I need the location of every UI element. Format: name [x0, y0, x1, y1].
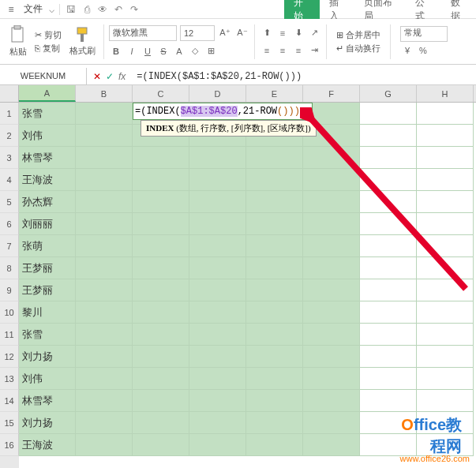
cell[interactable]: 林雪琴 [19, 390, 76, 412]
paste-icon[interactable] [9, 25, 27, 44]
cell[interactable] [76, 147, 133, 169]
align-middle-icon[interactable]: ≡ [275, 26, 290, 40]
cell[interactable] [246, 191, 303, 213]
cell[interactable] [417, 368, 474, 390]
row-header[interactable]: 16 [0, 434, 19, 456]
cell[interactable]: 刘伟 [19, 368, 76, 390]
fx-icon[interactable]: fx [118, 71, 126, 82]
cell[interactable]: 王梦丽 [19, 257, 76, 279]
bold-button[interactable]: B [109, 44, 123, 58]
cell[interactable]: 王海波 [19, 434, 76, 456]
cell[interactable] [189, 279, 246, 301]
cell[interactable]: 张雪 [19, 103, 76, 125]
cell[interactable] [360, 390, 417, 412]
cell[interactable] [360, 301, 417, 324]
row-header[interactable]: 8 [0, 257, 19, 279]
decrease-font-icon[interactable]: A⁻ [235, 26, 249, 40]
cell[interactable] [246, 346, 303, 368]
number-format-select[interactable]: 常规 [400, 26, 448, 42]
font-color-button[interactable]: A [172, 44, 186, 58]
cell[interactable] [303, 390, 360, 412]
underline-button[interactable]: U [141, 44, 155, 58]
row-header[interactable]: 10 [0, 301, 19, 324]
cell[interactable]: 刘力扬 [19, 412, 76, 434]
cell[interactable] [246, 301, 303, 324]
cell[interactable] [76, 279, 133, 301]
cell[interactable] [360, 368, 417, 390]
cell[interactable] [133, 390, 189, 412]
cell[interactable] [246, 434, 303, 456]
cell[interactable]: 孙杰辉 [19, 191, 76, 213]
cell[interactable] [76, 346, 133, 368]
row-header[interactable]: 13 [0, 368, 19, 390]
row-header[interactable]: 15 [0, 412, 19, 434]
select-all-corner[interactable] [0, 85, 19, 103]
col-header-D[interactable]: D [189, 85, 246, 102]
cell[interactable] [133, 169, 189, 191]
cell[interactable] [417, 324, 474, 346]
cell[interactable]: 王海波 [19, 169, 76, 191]
cell[interactable] [133, 324, 189, 346]
cell[interactable] [76, 213, 133, 235]
font-size-select[interactable]: 12 [180, 25, 215, 41]
cell[interactable] [189, 191, 246, 213]
col-header-A[interactable]: A [19, 85, 76, 102]
align-center-icon[interactable]: ≡ [275, 43, 290, 58]
col-header-G[interactable]: G [360, 85, 417, 102]
col-header-F[interactable]: F [303, 85, 360, 102]
row-header[interactable]: 11 [0, 324, 19, 346]
cell[interactable] [133, 191, 189, 213]
cell[interactable] [417, 346, 474, 368]
cell[interactable] [189, 346, 246, 368]
cell[interactable] [76, 191, 133, 213]
cell[interactable] [246, 257, 303, 279]
cell[interactable] [76, 103, 133, 125]
cell[interactable] [246, 279, 303, 301]
col-header-H[interactable]: H [417, 85, 474, 102]
cell[interactable] [303, 346, 360, 368]
cell[interactable] [189, 390, 246, 412]
cell[interactable] [76, 368, 133, 390]
cell[interactable] [246, 390, 303, 412]
col-header-C[interactable]: C [133, 85, 189, 102]
cell[interactable] [189, 301, 246, 324]
percent-icon[interactable]: % [416, 43, 430, 58]
cell[interactable] [189, 434, 246, 456]
font-name-select[interactable]: 微软雅黑 [109, 25, 177, 41]
row-header[interactable]: 9 [0, 279, 19, 301]
fill-color-button[interactable]: ◇ [188, 44, 202, 58]
cell[interactable] [189, 412, 246, 434]
align-bottom-icon[interactable]: ⬇ [291, 26, 305, 40]
cell[interactable] [76, 412, 133, 434]
row-header[interactable]: 7 [0, 235, 19, 257]
merge-button[interactable]: ⊞合并居中 [336, 29, 380, 41]
row-header[interactable]: 3 [0, 147, 19, 169]
cell[interactable] [246, 412, 303, 434]
row-header[interactable]: 12 [0, 346, 19, 368]
col-header-B[interactable]: B [76, 85, 133, 102]
cell[interactable]: 刘力扬 [19, 346, 76, 368]
border-button[interactable]: ⊞ [204, 44, 218, 58]
cell[interactable] [133, 346, 189, 368]
cell[interactable] [133, 147, 189, 169]
name-box[interactable]: WEEKNUM [0, 68, 87, 85]
cell[interactable]: 张雪 [19, 324, 76, 346]
cell[interactable]: 刘丽丽 [19, 213, 76, 235]
cell[interactable] [76, 169, 133, 191]
cell[interactable] [76, 257, 133, 279]
cell[interactable] [76, 390, 133, 412]
wrap-button[interactable]: ↵自动换行 [336, 43, 380, 54]
indent-icon[interactable]: ⇥ [307, 43, 321, 58]
cell[interactable] [360, 346, 417, 368]
row-header[interactable]: 6 [0, 213, 19, 235]
cell[interactable] [133, 257, 189, 279]
active-cell-editor[interactable]: =(INDEX($A$1:$A$20,21-ROW())) [133, 103, 313, 120]
cell[interactable] [189, 324, 246, 346]
cell[interactable] [133, 213, 189, 235]
cell[interactable] [133, 412, 189, 434]
cell[interactable] [189, 235, 246, 257]
cell[interactable]: 刘伟 [19, 125, 76, 147]
copy-button[interactable]: ⎘复制 [35, 43, 62, 54]
cancel-icon[interactable]: ✕ [93, 71, 101, 82]
cell[interactable] [303, 368, 360, 390]
